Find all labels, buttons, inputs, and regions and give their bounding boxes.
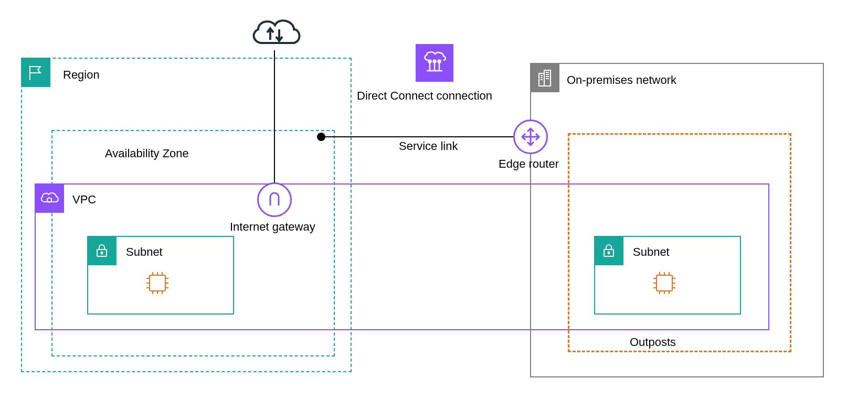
compute-chip-left-icon bbox=[142, 267, 173, 299]
compute-chip-right-icon bbox=[649, 267, 680, 299]
region-icon bbox=[21, 58, 50, 87]
service-link-line bbox=[320, 136, 518, 137]
onprem-icon bbox=[530, 63, 559, 92]
direct-connect-icon bbox=[416, 44, 453, 82]
svg-rect-13 bbox=[150, 275, 165, 291]
region-label: Region bbox=[63, 68, 100, 82]
service-link-label: Service link bbox=[399, 139, 458, 153]
subnet-left-label: Subnet bbox=[126, 245, 163, 259]
internet-gateway-icon bbox=[257, 182, 292, 217]
subnet-right-label: Subnet bbox=[633, 245, 670, 259]
az-label: Availability Zone bbox=[105, 147, 189, 160]
igw-to-internet-line bbox=[274, 50, 275, 185]
vpc-label: VPC bbox=[72, 193, 96, 207]
svg-point-49 bbox=[438, 60, 441, 63]
onprem-label: On-premises network bbox=[567, 73, 676, 87]
dx-label: Direct Connect connection bbox=[357, 89, 492, 103]
subnet-left-icon bbox=[87, 236, 117, 265]
svg-rect-29 bbox=[657, 275, 672, 291]
igw-label: Internet gateway bbox=[230, 220, 315, 234]
vpc-icon bbox=[35, 183, 64, 213]
svg-point-48 bbox=[433, 60, 436, 63]
subnet-right-icon bbox=[594, 236, 623, 265]
outposts-label: Outposts bbox=[630, 335, 676, 349]
edge-router-label: Edge router bbox=[499, 157, 559, 171]
internet-cloud-icon bbox=[247, 14, 303, 51]
diagram-canvas: Region Availability Zone On-premises net… bbox=[0, 0, 868, 412]
svg-point-47 bbox=[429, 60, 431, 63]
service-link-dot bbox=[317, 133, 325, 141]
edge-router-icon bbox=[513, 120, 548, 154]
